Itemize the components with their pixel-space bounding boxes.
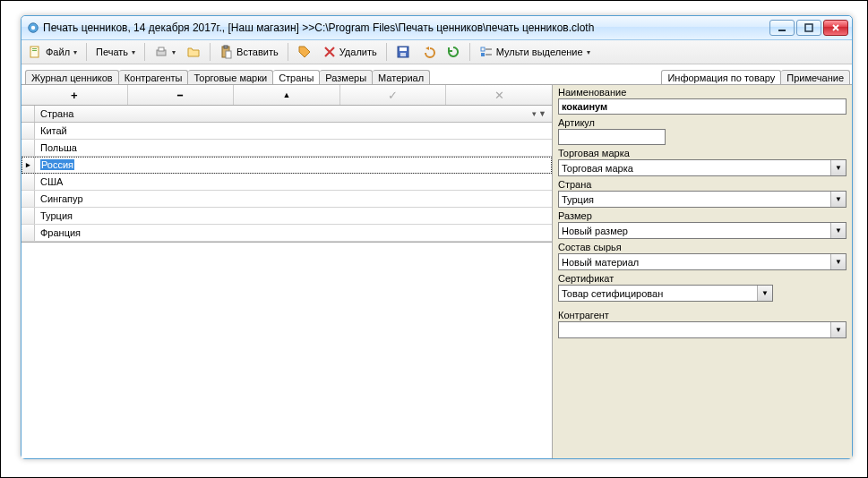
combo-cert[interactable]: Товар сетифицирован ▼ (558, 285, 773, 302)
nav-accept[interactable]: ✓ (340, 85, 447, 105)
multi-select-label: Мульти выделение (496, 47, 583, 57)
paste-button[interactable]: Вставить (216, 43, 282, 61)
tab-material[interactable]: Материал (373, 70, 430, 85)
save-button[interactable] (392, 43, 414, 61)
tab-label: Контрагенты (125, 73, 183, 83)
row-gutter (21, 157, 35, 173)
row-gutter (21, 123, 35, 139)
tab-contragents[interactable]: Контрагенты (119, 70, 189, 85)
right-panel: Наименование Артикул Торговая марка Торг… (553, 85, 852, 458)
combo-country[interactable]: Турция ▼ (558, 191, 847, 208)
printer-icon (154, 45, 168, 59)
cancel-x-icon: ✕ (494, 89, 504, 102)
tab-label: Примечание (786, 73, 844, 83)
row-gutter (21, 174, 35, 190)
clipboard-paste-icon (219, 45, 234, 59)
svg-rect-10 (224, 46, 228, 48)
tabs-row: Журнал ценников Контрагенты Торговые мар… (21, 64, 852, 85)
svg-rect-11 (226, 51, 231, 58)
delete-button[interactable]: Удалить (319, 43, 381, 61)
nav-up[interactable]: ▲ (234, 85, 340, 105)
grid-area: Страна ⠀▾ ▼ КитайПольшаРоссияСШАСингапур… (21, 106, 552, 458)
cell-country: Франция (35, 223, 552, 243)
tab-label: Информация по товару (667, 73, 775, 83)
delete-button-label: Удалить (339, 47, 377, 57)
app-icon (27, 21, 39, 34)
tag-icon (297, 45, 312, 59)
column-header-country[interactable]: Страна ⠀▾ ▼ (35, 106, 552, 122)
label-article: Артикул (558, 117, 847, 128)
combo-brand[interactable]: Торговая марка ▼ (558, 159, 847, 176)
tab-label: Журнал ценников (31, 73, 113, 83)
label-name: Наименование (558, 87, 847, 98)
svg-rect-16 (481, 53, 485, 56)
check-icon: ✓ (388, 89, 398, 102)
tabs-right: Информация по товару Примечание (657, 69, 850, 84)
tag-button[interactable] (294, 43, 315, 61)
row-gutter (21, 191, 35, 207)
combo-value: Турция (559, 194, 830, 205)
combo-size[interactable]: Новый размер ▼ (558, 222, 847, 239)
svg-rect-14 (400, 53, 406, 56)
file-menu-label: Файл (46, 47, 70, 57)
tab-note[interactable]: Примечание (781, 70, 850, 85)
left-panel: + ━ ▲ ✓ ✕ Страна ⠀▾ ▼ К (21, 85, 553, 458)
close-button[interactable] (823, 20, 848, 36)
content-area: + ━ ▲ ✓ ✕ Страна ⠀▾ ▼ К (21, 85, 852, 458)
svg-rect-15 (481, 47, 485, 51)
svg-point-1 (31, 26, 35, 30)
label-cert: Сертификат (558, 273, 847, 284)
file-menu[interactable]: Файл ▾ (25, 43, 81, 61)
paste-button-label: Вставить (236, 47, 279, 57)
nav-add[interactable]: + (21, 85, 128, 105)
multi-select-button[interactable]: Мульти выделение ▾ (476, 43, 594, 61)
combo-material[interactable]: Новый материал ▼ (558, 253, 847, 270)
tab-label: Материал (378, 73, 424, 83)
nav-cancel[interactable]: ✕ (446, 85, 552, 105)
maximize-button[interactable] (796, 20, 821, 36)
minus-icon: ━ (177, 90, 183, 100)
combo-value: Товар сетифицирован (559, 288, 757, 299)
svg-rect-3 (805, 24, 812, 31)
open-button[interactable] (183, 43, 204, 61)
chevron-down-icon: ▼ (830, 160, 846, 175)
svg-rect-6 (32, 50, 37, 51)
minimize-button[interactable] (769, 20, 795, 36)
plus-icon: + (71, 89, 78, 102)
tab-journal[interactable]: Журнал ценников (25, 70, 119, 85)
chevron-down-icon: ▼ (830, 254, 846, 269)
delete-icon (322, 45, 337, 59)
chevron-down-icon: ▼ (757, 286, 772, 301)
triangle-up-icon: ▲ (283, 90, 291, 99)
label-counter: Контрагент (558, 310, 847, 320)
tab-label: Размеры (325, 73, 366, 83)
print-menu[interactable]: Печать ▾ (92, 45, 139, 59)
grid-body: КитайПольшаРоссияСШАСингапурТурцияФранци… (21, 123, 552, 242)
open-folder-icon (186, 45, 201, 59)
title-bar: Печать ценников, 14 декабря 2017г., [Наш… (21, 16, 852, 40)
combo-counter[interactable]: ▼ (558, 321, 847, 338)
chevron-down-icon: ▼ (830, 322, 846, 337)
nav-remove[interactable]: ━ (128, 85, 235, 105)
tab-sizes[interactable]: Размеры (320, 70, 373, 85)
printer-button[interactable]: ▾ (150, 43, 179, 61)
sort-indicator-icon: ⠀▾ ▼ (526, 109, 546, 118)
table-row[interactable]: Франция (21, 225, 552, 242)
multiselect-icon (479, 45, 494, 59)
tab-product-info[interactable]: Информация по товару (661, 70, 781, 85)
tab-label: Страны (279, 73, 314, 83)
undo-arrow-icon (421, 45, 435, 59)
svg-rect-13 (400, 47, 407, 51)
record-nav-toolbar: + ━ ▲ ✓ ✕ (21, 85, 552, 106)
refresh-button[interactable] (443, 43, 464, 61)
tab-countries[interactable]: Страны (273, 70, 320, 85)
file-icon (29, 45, 43, 59)
print-menu-label: Печать (96, 47, 128, 57)
tab-brands[interactable]: Торговые марки (188, 70, 273, 85)
input-name[interactable] (558, 98, 847, 115)
undo-button[interactable] (417, 43, 439, 61)
input-article[interactable] (558, 129, 666, 145)
combo-value: Торговая марка (559, 163, 830, 174)
label-size: Размер (558, 210, 847, 221)
chevron-down-icon: ▼ (830, 192, 846, 207)
